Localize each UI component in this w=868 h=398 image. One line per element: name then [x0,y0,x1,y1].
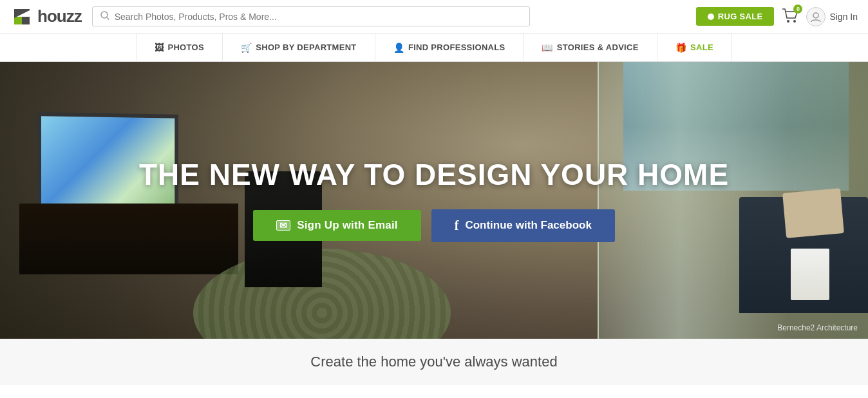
cart-button[interactable]: 0 [782,7,798,26]
nav-label-stories: STORIES & ADVICE [557,43,639,52]
nav-item-pros[interactable]: 👤 FIND PROFESSIONALS [375,33,524,61]
svg-marker-1 [14,9,30,18]
user-avatar-icon [806,7,826,26]
svg-point-3 [101,12,108,18]
sign-in-button[interactable]: Sign In [806,7,858,26]
cart-badge: 0 [793,5,802,14]
nav-label-photos: PHOTOS [167,43,203,52]
svg-line-4 [107,17,109,20]
pros-icon: 👤 [393,43,404,53]
nav-label-sale: SALE [690,43,713,52]
continue-facebook-button[interactable]: f Continue with Facebook [431,209,615,242]
below-hero-text: Create the home you've always wanted [310,354,557,370]
photos-icon: 🖼 [155,43,164,53]
svg-marker-2 [22,17,30,24]
logo-text: houzz [37,6,82,26]
rug-sale-button[interactable]: RUG SALE [696,7,775,26]
nav-label-shop: SHOP BY DEPARTMENT [256,43,356,52]
nav-item-photos[interactable]: 🖼 PHOTOS [136,33,223,61]
signup-email-label: Sign Up with Email [297,219,398,232]
nav-item-stories[interactable]: 📖 STORIES & ADVICE [524,33,657,61]
sign-in-label: Sign In [829,12,858,22]
shop-icon: 🛒 [241,43,252,53]
rug-sale-label: RUG SALE [718,12,763,21]
hero-credit: Berneche2 Architecture [777,323,858,332]
email-icon [276,220,290,231]
houzz-logo-icon [10,5,33,28]
sale-dot [708,14,714,20]
nav-label-pros: FIND PROFESSIONALS [408,43,505,52]
hero-section: THE NEW WAY TO DESIGN YOUR HOME Sign Up … [0,62,868,339]
search-input[interactable] [115,12,522,22]
svg-point-5 [787,20,789,23]
svg-marker-0 [14,17,22,24]
nav-item-shop[interactable]: 🛒 SHOP BY DEPARTMENT [223,33,375,61]
search-icon [100,11,109,22]
hero-buttons: Sign Up with Email f Continue with Faceb… [253,209,615,242]
facebook-icon: f [455,218,459,233]
hero-title: THE NEW WAY TO DESIGN YOUR HOME [139,158,729,191]
nav-item-sale[interactable]: 🎁 SALE [657,33,732,61]
main-nav: 🖼 PHOTOS 🛒 SHOP BY DEPARTMENT 👤 FIND PRO… [0,33,868,62]
logo[interactable]: houzz [10,5,82,28]
continue-facebook-label: Continue with Facebook [465,219,591,232]
sale-icon: 🎁 [675,43,686,53]
search-bar[interactable] [92,6,530,26]
below-hero-section: Create the home you've always wanted [0,339,868,385]
signup-email-button[interactable]: Sign Up with Email [253,210,421,241]
svg-point-6 [793,20,796,23]
svg-point-7 [813,13,818,18]
hero-content: THE NEW WAY TO DESIGN YOUR HOME Sign Up … [0,62,868,339]
stories-icon: 📖 [542,43,552,53]
header-right: RUG SALE 0 Sign In [696,7,858,26]
header: houzz RUG SALE 0 [0,0,868,33]
